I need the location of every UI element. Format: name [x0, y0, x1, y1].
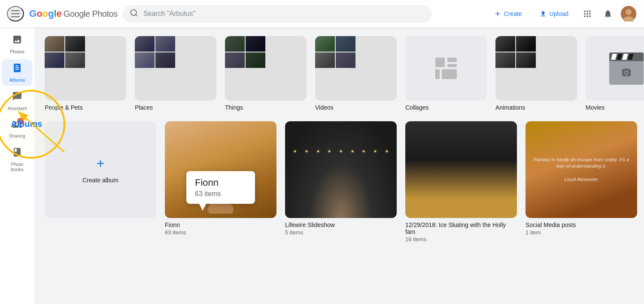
- pp-thumb-1: [45, 36, 64, 52]
- notifications-button[interactable]: [599, 5, 617, 22]
- pp-thumb-2: [65, 36, 85, 52]
- category-places[interactable]: Places: [135, 36, 216, 111]
- upload-label: Upload: [550, 10, 568, 17]
- logo-g-blue2: g: [48, 8, 54, 19]
- places-thumbnail: [135, 36, 216, 101]
- animations-thumbnail: [495, 36, 577, 101]
- logo-g-red: o: [36, 8, 42, 19]
- photobooks-icon: [12, 147, 22, 160]
- tooltip-title: Fionn: [195, 177, 246, 188]
- sidebar-sharing-label: Sharing: [9, 133, 25, 138]
- sidebar-photobooks-label: Photo books: [7, 162, 27, 172]
- tooltip-arrow: [199, 204, 206, 211]
- v-thumb-2: [336, 36, 355, 52]
- svg-point-11: [626, 9, 632, 15]
- pl-thumb-2: [155, 36, 175, 52]
- collages-thumbnail: [405, 36, 487, 101]
- sidebar-albums-label: Albums: [9, 77, 25, 83]
- sidebar-item-albums[interactable]: Albums: [2, 59, 33, 86]
- fionn-title: Fionn: [165, 221, 276, 228]
- pp-thumb-3: [45, 52, 64, 68]
- assistant-icon: [12, 91, 22, 104]
- create-album-plus-icon: +: [97, 156, 105, 172]
- sharing-notif-container: 1: [12, 120, 22, 132]
- v-thumb-1: [315, 36, 335, 52]
- photos-icon: [12, 34, 22, 47]
- v-thumb-4: [336, 52, 355, 68]
- main-layout: Photos Albums Assistant 1 Sharing Ph: [0, 28, 644, 304]
- category-things[interactable]: Things: [225, 36, 307, 111]
- category-collages[interactable]: Collages: [405, 36, 487, 111]
- sidebar: Photos Albums Assistant 1 Sharing Ph: [0, 28, 34, 304]
- sidebar-item-photobooks[interactable]: Photo books: [2, 144, 33, 175]
- th-thumb-3: [225, 52, 245, 68]
- an-thumb-2: [516, 36, 536, 52]
- svg-rect-7: [584, 15, 586, 17]
- pp-thumb-4: [65, 52, 85, 68]
- category-videos[interactable]: Videos: [315, 36, 397, 111]
- svg-rect-17: [442, 69, 457, 79]
- logo-g-blue: G: [29, 8, 36, 19]
- svg-rect-8: [586, 15, 588, 17]
- search-placeholder-text: Search "Arbutus": [143, 10, 196, 18]
- sidebar-item-sharing[interactable]: 1 Sharing: [2, 116, 33, 142]
- svg-rect-2: [586, 11, 588, 12]
- category-movies[interactable]: Movies: [586, 36, 644, 111]
- search-bar[interactable]: Search "Arbutus": [123, 5, 432, 23]
- movies-thumbnail: [586, 36, 644, 101]
- fionn-count: 63 items: [165, 229, 276, 236]
- google-photos-logo[interactable]: Google Google Photos: [29, 8, 118, 19]
- an-thumb-4: [516, 52, 536, 68]
- create-album-card[interactable]: + Create album: [45, 121, 156, 218]
- pl-thumb-1: [135, 36, 155, 52]
- svg-rect-5: [586, 13, 588, 14]
- sidebar-assistant-label: Assistant: [8, 106, 27, 111]
- categories-row: People & Pets Places: [45, 36, 634, 111]
- sidebar-item-assistant[interactable]: Assistant: [2, 88, 33, 114]
- an-thumb-1: [495, 36, 515, 52]
- nav-actions: Create Upload: [487, 5, 637, 22]
- svg-rect-6: [589, 13, 590, 14]
- svg-point-18: [625, 71, 628, 74]
- album-lifewire[interactable]: Lifewire Slideshow 5 items: [285, 121, 397, 243]
- top-navigation: Google Google Photos Search "Arbutus" Cr…: [0, 0, 644, 28]
- menu-button[interactable]: [7, 6, 24, 21]
- apps-grid-button[interactable]: [579, 5, 596, 22]
- user-avatar-button[interactable]: [620, 5, 637, 22]
- things-label: Things: [225, 104, 243, 111]
- svg-rect-16: [435, 69, 440, 79]
- upload-button[interactable]: Upload: [532, 6, 575, 21]
- collages-label: Collages: [405, 104, 428, 111]
- albums-section: + Create album Fionn 63 items: [45, 121, 634, 243]
- lifewire-thumbnail: [285, 121, 397, 218]
- th-thumb-1: [225, 36, 245, 52]
- create-album-label: Create album: [82, 177, 118, 184]
- tooltip-count: 63 items: [195, 190, 246, 198]
- svg-rect-9: [589, 15, 590, 17]
- pl-thumb-3: [135, 52, 155, 68]
- skating-title: 12/29/2018: Ice Skating with the Holly f…: [405, 221, 517, 235]
- create-label: Create: [504, 10, 522, 17]
- logo-g-yellow: o: [43, 8, 48, 19]
- collages-icon: [433, 55, 459, 81]
- sharing-badge: 1: [17, 118, 24, 125]
- svg-rect-15: [447, 64, 457, 67]
- album-skating[interactable]: 12/29/2018: Ice Skating with the Holly f…: [405, 121, 517, 243]
- people-pets-label: People & Pets: [45, 104, 83, 111]
- svg-rect-13: [435, 58, 445, 67]
- lifewire-lights: [285, 150, 397, 152]
- social-quote-text: Fantasy is hardly an escape from reality…: [532, 157, 630, 183]
- svg-rect-4: [584, 13, 586, 14]
- album-fionn[interactable]: Fionn 63 items Fionn 63 items: [165, 121, 276, 243]
- albums-icon: [12, 63, 22, 76]
- sidebar-item-photos[interactable]: Photos: [2, 31, 33, 58]
- videos-label: Videos: [315, 104, 334, 111]
- pl-thumb-4: [155, 52, 175, 68]
- sidebar-photos-label: Photos: [10, 49, 24, 54]
- album-social[interactable]: Fantasy is hardly an escape from reality…: [526, 121, 637, 243]
- svg-rect-14: [447, 58, 457, 62]
- category-people-pets[interactable]: People & Pets: [45, 36, 126, 111]
- create-button[interactable]: Create: [487, 6, 529, 21]
- lifewire-count: 5 items: [285, 229, 397, 236]
- category-animations[interactable]: Animations: [495, 36, 577, 111]
